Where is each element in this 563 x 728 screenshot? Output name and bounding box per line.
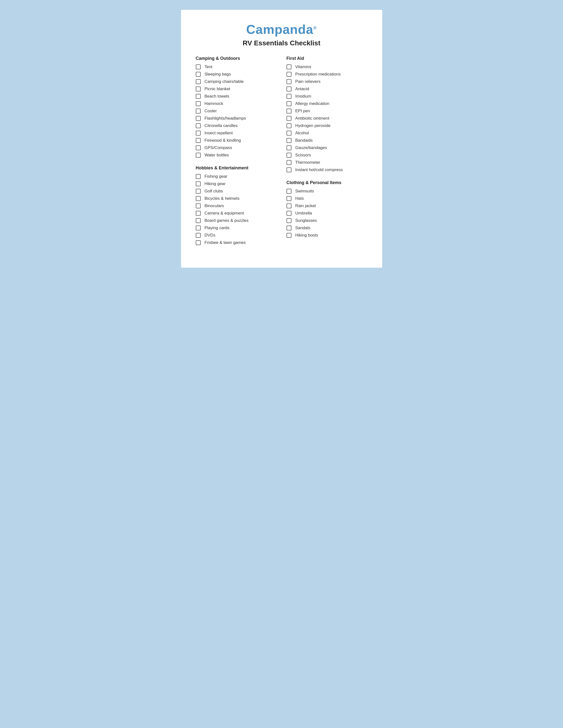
item-label: Umbrella — [296, 211, 312, 216]
checkbox[interactable] — [196, 64, 201, 69]
list-item: Picnic blanket — [196, 87, 277, 91]
checkbox[interactable] — [287, 211, 292, 216]
item-label: Swimsuits — [296, 189, 314, 194]
list-item: Sandals — [287, 226, 368, 230]
checkbox[interactable] — [287, 138, 292, 143]
list-item: Hammock — [196, 101, 277, 106]
firstaid-checklist: VitaminsPrescription medicationsPain rel… — [287, 64, 368, 172]
item-label: Cooler — [204, 109, 217, 113]
checkbox[interactable] — [196, 87, 201, 91]
checkbox[interactable] — [196, 131, 201, 136]
checkbox[interactable] — [196, 174, 201, 179]
checkbox[interactable] — [287, 160, 292, 165]
right-column: First Aid VitaminsPrescription medicatio… — [287, 56, 368, 246]
item-label: Bicycles & helmets — [204, 196, 240, 201]
list-item: Antibiotic ointment — [287, 116, 368, 121]
checkbox[interactable] — [287, 94, 292, 99]
checkbox[interactable] — [196, 123, 201, 128]
item-label: Scissors — [296, 153, 311, 158]
checkbox[interactable] — [287, 64, 292, 69]
item-label: Playing cards — [204, 226, 229, 230]
checkbox[interactable] — [196, 145, 201, 150]
checkbox[interactable] — [196, 101, 201, 106]
checkbox[interactable] — [287, 116, 292, 121]
item-label: Pain relievers — [296, 79, 321, 84]
checkbox[interactable] — [196, 72, 201, 77]
checkbox[interactable] — [196, 211, 201, 216]
checkbox[interactable] — [287, 101, 292, 106]
checkbox[interactable] — [196, 240, 201, 245]
checkbox[interactable] — [287, 153, 292, 158]
checkbox[interactable] — [196, 226, 201, 230]
list-item: Flashlights/headlamps — [196, 116, 277, 121]
checkbox[interactable] — [196, 181, 201, 186]
checkbox[interactable] — [196, 116, 201, 121]
list-item: Cooler — [196, 109, 277, 113]
checkbox[interactable] — [196, 109, 201, 113]
item-label: EPI pen — [296, 109, 310, 113]
checkbox[interactable] — [196, 203, 201, 208]
item-label: Hiking gear — [204, 181, 226, 186]
checkbox[interactable] — [196, 233, 201, 238]
item-label: Gauze/bandages — [296, 145, 327, 150]
checkbox[interactable] — [287, 218, 292, 223]
checkbox[interactable] — [196, 153, 201, 158]
item-label: Sandals — [296, 226, 310, 230]
list-item: Playing cards — [196, 226, 277, 230]
item-label: Sleeping bags — [204, 72, 231, 77]
item-label: Camping chairs/table — [204, 79, 244, 84]
checkbox[interactable] — [287, 79, 292, 84]
checkbox[interactable] — [287, 196, 292, 201]
logo-text: Campanda — [246, 22, 313, 37]
item-label: Hats — [296, 196, 304, 201]
item-label: Vitamins — [296, 64, 311, 69]
checkbox[interactable] — [287, 87, 292, 91]
item-label: Beach towels — [204, 94, 229, 99]
item-label: Antibiotic ointment — [296, 116, 330, 121]
list-item: Hydrogen peroxide — [287, 123, 368, 128]
item-label: Fishing gear — [204, 174, 228, 179]
item-label: Hydrogen peroxide — [296, 123, 331, 128]
section-title-hobbies: Hobbies & Entertainment — [196, 165, 277, 171]
checkbox[interactable] — [287, 203, 292, 208]
item-label: Sunglasses — [296, 218, 317, 223]
logo-area: Campanda® — [196, 22, 368, 37]
list-item: Camping chairs/table — [196, 79, 277, 84]
checkbox[interactable] — [196, 94, 201, 99]
checkbox[interactable] — [287, 233, 292, 238]
brand-logo: Campanda® — [246, 22, 317, 37]
checkbox[interactable] — [287, 226, 292, 230]
main-columns: Camping & Outdoors TentSleeping bagsCamp… — [196, 56, 368, 253]
checkbox[interactable] — [287, 145, 292, 150]
list-item: Sunglasses — [287, 218, 368, 223]
item-label: Citronella candles — [204, 123, 238, 128]
checkbox[interactable] — [196, 79, 201, 84]
list-item: Bicycles & helmets — [196, 196, 277, 201]
checkbox[interactable] — [287, 131, 292, 136]
list-item: Prescription medications — [287, 72, 368, 77]
checkbox[interactable] — [196, 218, 201, 223]
checkbox[interactable] — [196, 196, 201, 201]
item-label: Antacid — [296, 87, 309, 91]
checkbox[interactable] — [287, 72, 292, 77]
list-item: Frisbee & lawn games — [196, 240, 277, 245]
checkbox[interactable] — [287, 123, 292, 128]
list-item: Pain relievers — [287, 79, 368, 84]
item-label: Picnic blanket — [204, 87, 230, 91]
checkbox[interactable] — [196, 189, 201, 194]
item-label: Instant hot/cold compress — [296, 167, 343, 172]
list-item: GPS/Compass — [196, 145, 277, 150]
logo-reg: ® — [313, 25, 317, 30]
checkbox[interactable] — [287, 109, 292, 113]
list-item: Scissors — [287, 153, 368, 158]
item-label: Imodium — [296, 94, 311, 99]
checkbox[interactable] — [287, 189, 292, 194]
item-label: Allergy medication — [296, 101, 330, 106]
checkbox[interactable] — [287, 167, 292, 172]
item-label: Thermometer — [296, 160, 321, 165]
list-item: Bandaids — [287, 138, 368, 143]
item-label: Prescription medications — [296, 72, 341, 77]
checkbox[interactable] — [196, 138, 201, 143]
section-title-clothing: Clothing & Personal Items — [287, 180, 368, 185]
list-item: Water bottles — [196, 153, 277, 158]
